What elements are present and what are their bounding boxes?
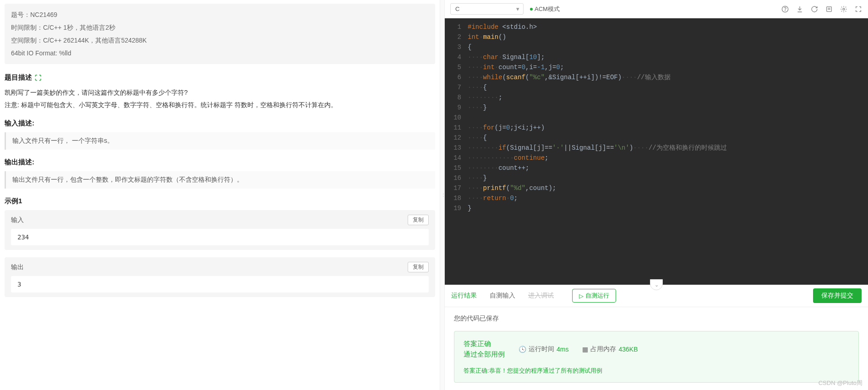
editor-panel: C ACM模式 1#include <stdio.h>2int·main()3{… <box>445 0 868 390</box>
expand-icon[interactable]: ⛶ <box>35 74 41 81</box>
memory-metric: ▦ 占用内存 436KB <box>582 345 638 353</box>
line-number: 16 <box>445 173 468 183</box>
example-input-block: 输入 复制 234 <box>5 210 435 250</box>
line-number: 4 <box>445 52 468 62</box>
download-icon[interactable] <box>796 5 804 13</box>
code-line[interactable]: 17····printf("%d",count); <box>445 183 868 193</box>
line-content[interactable]: ····printf("%d",count); <box>468 183 868 193</box>
code-line[interactable]: 19} <box>445 203 868 213</box>
mode-label[interactable]: ACM模式 <box>530 5 560 13</box>
code-line[interactable]: 3{ <box>445 42 868 52</box>
copy-input-button[interactable]: 复制 <box>408 215 429 225</box>
runtime-value: 4ms <box>557 346 568 353</box>
desc-body: 凯刚写了一篇美妙的作文，请问这篇作文的标题中有多少个字符? 注意: 标题中可能包… <box>5 87 435 111</box>
line-content[interactable] <box>468 113 868 123</box>
self-run-button[interactable]: ▷ 自测运行 <box>572 289 616 303</box>
code-line[interactable]: 14············continue; <box>445 153 868 163</box>
code-line[interactable]: 5····int·count=0,i=-1,j=0; <box>445 62 868 72</box>
line-number: 8 <box>445 92 468 103</box>
line-number: 14 <box>445 153 468 163</box>
svg-point-3 <box>843 8 845 10</box>
memory-value: 436KB <box>618 346 638 353</box>
fullscreen-icon[interactable] <box>854 5 863 13</box>
code-line[interactable]: 8········; <box>445 92 868 103</box>
runtime-metric: 🕓 运行时间 4ms <box>519 345 568 353</box>
line-number: 9 <box>445 103 468 113</box>
code-line[interactable]: 9····} <box>445 103 868 113</box>
line-content[interactable]: ····{ <box>468 82 868 92</box>
panel-divider[interactable]: ⋮ <box>440 0 445 390</box>
mode-text: ACM模式 <box>535 5 560 13</box>
example-title: 示例1 <box>5 197 435 206</box>
tab-self-input[interactable]: 自测输入 <box>490 290 515 302</box>
line-content[interactable]: ········if(Signal[j]=='·'||Signal[j]=='\… <box>468 143 868 153</box>
line-number: 10 <box>445 113 468 123</box>
line-number: 3 <box>445 42 468 52</box>
line-number: 12 <box>445 133 468 143</box>
line-content[interactable]: ····for(j=0;j<i;j++) <box>468 123 868 133</box>
code-line[interactable]: 18····return·0; <box>445 193 868 203</box>
copy-output-button[interactable]: 复制 <box>408 262 429 272</box>
tab-debug[interactable]: 进入调试 <box>528 290 554 302</box>
line-content[interactable]: ········; <box>468 92 868 103</box>
result-message: 答案正确:恭喜！您提交的程序通过了所有的测试用例 <box>464 367 849 375</box>
line-content[interactable]: ····int·count=0,i=-1,j=0; <box>468 62 868 72</box>
notes-icon[interactable] <box>825 5 833 13</box>
line-number: 13 <box>445 143 468 153</box>
line-number: 19 <box>445 203 468 213</box>
language-value: C <box>455 5 459 12</box>
line-content[interactable]: int·main() <box>468 32 868 42</box>
example-output-block: 输出 复制 3 <box>5 257 435 297</box>
line-content[interactable]: ····char·Signal[10]; <box>468 52 868 62</box>
example-output-label: 输出 <box>11 263 24 271</box>
line-content[interactable]: ····return·0; <box>468 193 868 203</box>
line-content[interactable]: ····} <box>468 173 868 183</box>
code-line[interactable]: 1#include <stdio.h> <box>445 22 868 32</box>
problem-panel: 题号：NC21469 时间限制：C/C++ 1秒，其他语言2秒 空间限制：C/C… <box>0 0 440 390</box>
line-content[interactable]: } <box>468 203 868 213</box>
code-line[interactable]: 16····} <box>445 173 868 183</box>
line-content[interactable]: ····while(scanf("%c",&Signal[++i])!=EOF)… <box>468 72 868 82</box>
code-line[interactable]: 10 <box>445 113 868 123</box>
input-title: 输入描述: <box>5 119 435 128</box>
mode-dot-icon <box>530 8 533 11</box>
time-limit: 时间限制：C/C++ 1秒，其他语言2秒 <box>11 21 429 34</box>
code-line[interactable]: 11····for(j=0;j<i;j++) <box>445 123 868 133</box>
line-content[interactable]: #include <stdio.h> <box>468 22 868 32</box>
result-body: 您的代码已保存 答案正确 通过全部用例 🕓 运行时间 4ms ▦ 占用内存 43… <box>445 307 868 390</box>
line-number: 6 <box>445 72 468 82</box>
settings-icon[interactable] <box>840 5 848 13</box>
tab-result[interactable]: 运行结果 <box>451 290 477 302</box>
output-desc: 输出文件只有一行，包含一个整数，即作文标题的字符数（不含空格和换行符）。 <box>5 171 435 189</box>
refresh-icon[interactable] <box>810 5 819 13</box>
line-content[interactable]: ············continue; <box>468 153 868 163</box>
code-line[interactable]: 7····{ <box>445 82 868 92</box>
help-icon[interactable] <box>781 5 789 13</box>
status-line1: 答案正确 <box>464 339 505 349</box>
code-line[interactable]: 12····{ <box>445 133 868 143</box>
line-number: 5 <box>445 62 468 72</box>
line-number: 7 <box>445 82 468 92</box>
code-line[interactable]: 6····while(scanf("%c",&Signal[++i])!=EOF… <box>445 72 868 82</box>
code-line[interactable]: 15········count++; <box>445 163 868 173</box>
language-select[interactable]: C <box>450 3 524 15</box>
desc-title-text: 题目描述 <box>5 73 32 82</box>
line-content[interactable]: ········count++; <box>468 163 868 173</box>
code-line[interactable]: 2int·main() <box>445 32 868 42</box>
io-format: 64bit IO Format: %lld <box>11 47 429 60</box>
input-desc: 输入文件只有一行， 一个字符串s。 <box>5 132 435 150</box>
divider-handle-icon: ⋮ <box>441 192 446 197</box>
line-number: 11 <box>445 123 468 133</box>
line-number: 2 <box>445 32 468 42</box>
code-editor[interactable]: 1#include <stdio.h>2int·main()3{4····cha… <box>445 18 868 285</box>
line-content[interactable]: ····} <box>468 103 868 113</box>
submit-button[interactable]: 保存并提交 <box>813 288 862 303</box>
code-line[interactable]: 4····char·Signal[10]; <box>445 52 868 62</box>
code-line[interactable]: 13········if(Signal[j]=='·'||Signal[j]==… <box>445 143 868 153</box>
desc-title: 题目描述 ⛶ <box>5 73 435 82</box>
line-content[interactable]: { <box>468 42 868 52</box>
line-content[interactable]: ····{ <box>468 133 868 143</box>
play-icon: ▷ <box>579 292 584 299</box>
line-number: 17 <box>445 183 468 193</box>
memory-label: 占用内存 <box>590 345 616 353</box>
